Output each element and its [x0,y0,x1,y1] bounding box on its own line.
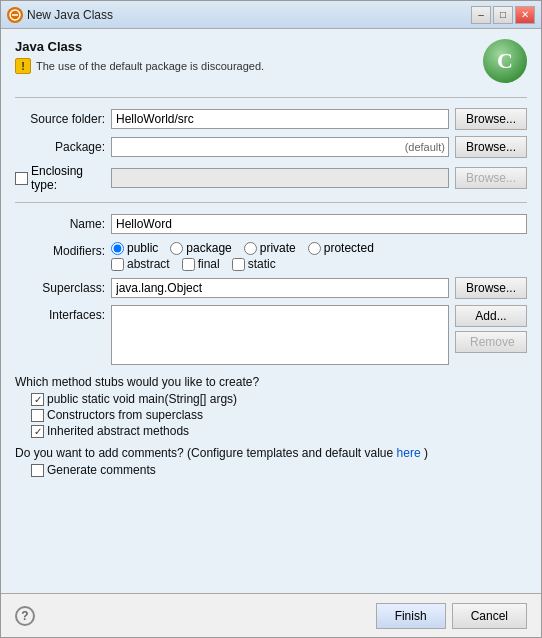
modifier-abstract-option[interactable]: abstract [111,257,170,271]
close-button[interactable]: ✕ [515,6,535,24]
window-icon [7,7,23,23]
comments-prefix: Do you want to add comments? (Configure … [15,446,393,460]
stubs-section: Which method stubs would you like to cre… [15,375,527,438]
enclosing-type-label: Enclosing type: [31,164,105,192]
modifier-private-option[interactable]: private [244,241,296,255]
stub-main-label: public static void main(String[] args) [47,392,237,406]
dialog-content: Java Class ! The use of the default pack… [1,29,541,593]
generate-comments-checkbox[interactable] [31,464,44,477]
cancel-button[interactable]: Cancel [452,603,527,629]
main-window: New Java Class – □ ✕ Java Class ! The us… [0,0,542,638]
enclosing-type-row: Enclosing type: Browse... [15,164,527,192]
comments-question: Do you want to add comments? (Configure … [15,446,527,460]
source-folder-row: Source folder: Browse... [15,108,527,130]
stub-inherited-option[interactable]: ✓ Inherited abstract methods [31,424,527,438]
stubs-options: ✓ public static void main(String[] args)… [15,392,527,438]
modifier-static-label: static [248,257,276,271]
superclass-input[interactable] [111,278,449,298]
warning-text: The use of the default package is discou… [36,60,264,72]
warning-icon: ! [15,58,31,74]
interfaces-remove-button[interactable]: Remove [455,331,527,353]
modifier-final-label: final [198,257,220,271]
comments-indent: Generate comments [15,463,527,477]
modifier-static-checkbox[interactable] [232,258,245,271]
package-label: Package: [15,140,105,154]
source-folder-input[interactable] [111,109,449,129]
source-folder-browse-button[interactable]: Browse... [455,108,527,130]
stub-inherited-label: Inherited abstract methods [47,424,189,438]
window-title: New Java Class [27,8,113,22]
source-folder-label: Source folder: [15,112,105,126]
modifier-package-label: package [186,241,231,255]
modifier-final-option[interactable]: final [182,257,220,271]
generate-comments-option[interactable]: Generate comments [31,463,527,477]
modifiers-check-row: abstract final static [111,257,374,271]
modifier-abstract-label: abstract [127,257,170,271]
form-divider [15,202,527,203]
modifiers-row: Modifiers: public package private [15,241,527,271]
stub-inherited-checkbox[interactable]: ✓ [31,425,44,438]
name-row: Name: [15,213,527,235]
modifier-protected-option[interactable]: protected [308,241,374,255]
modifiers-label: Modifiers: [15,241,105,258]
header-section: Java Class ! The use of the default pack… [15,39,527,83]
modifier-private-radio[interactable] [244,242,257,255]
package-row: Package: (default) Browse... [15,136,527,158]
comments-suffix: ) [424,446,428,460]
enclosing-type-checkbox[interactable] [15,172,28,185]
name-input[interactable] [111,214,527,234]
minimize-button[interactable]: – [471,6,491,24]
interfaces-listbox[interactable] [111,305,449,365]
title-bar-left: New Java Class [7,7,113,23]
modifier-public-option[interactable]: public [111,241,158,255]
stub-main-option[interactable]: ✓ public static void main(String[] args) [31,392,527,406]
modifier-static-option[interactable]: static [232,257,276,271]
interfaces-row: Interfaces: Add... Remove [15,305,527,365]
enclosing-type-browse-button[interactable]: Browse... [455,167,527,189]
stubs-question: Which method stubs would you like to cre… [15,375,527,389]
title-bar-controls: – □ ✕ [471,6,535,24]
comments-section: Do you want to add comments? (Configure … [15,446,527,477]
maximize-button[interactable]: □ [493,6,513,24]
modifier-protected-radio[interactable] [308,242,321,255]
modifier-private-label: private [260,241,296,255]
finish-button[interactable]: Finish [376,603,446,629]
interfaces-buttons: Add... Remove [455,305,527,353]
help-button[interactable]: ? [15,606,35,626]
bottom-bar: ? Finish Cancel [1,593,541,637]
modifier-package-radio[interactable] [170,242,183,255]
stub-main-checkbox[interactable]: ✓ [31,393,44,406]
stub-constructors-label: Constructors from superclass [47,408,203,422]
superclass-browse-button[interactable]: Browse... [455,277,527,299]
dialog-title: Java Class [15,39,264,54]
eclipse-logo: C [483,39,527,83]
interfaces-add-button[interactable]: Add... [455,305,527,327]
stub-constructors-checkbox[interactable] [31,409,44,422]
modifiers-options: public package private protected [111,241,374,271]
modifier-abstract-checkbox[interactable] [111,258,124,271]
modifier-final-checkbox[interactable] [182,258,195,271]
comments-link[interactable]: here [397,446,421,460]
title-bar: New Java Class – □ ✕ [1,1,541,29]
package-input-wrap: (default) [111,137,449,157]
bottom-buttons: Finish Cancel [376,603,527,629]
modifier-public-radio[interactable] [111,242,124,255]
modifiers-radio-row: public package private protected [111,241,374,255]
header-left: Java Class ! The use of the default pack… [15,39,264,74]
header-divider [15,97,527,98]
interfaces-label: Interfaces: [15,305,105,322]
generate-comments-label: Generate comments [47,463,156,477]
superclass-row: Superclass: Browse... [15,277,527,299]
modifier-protected-label: protected [324,241,374,255]
stub-constructors-option[interactable]: Constructors from superclass [31,408,527,422]
superclass-label: Superclass: [15,281,105,295]
name-label: Name: [15,217,105,231]
modifier-public-label: public [127,241,158,255]
modifier-package-option[interactable]: package [170,241,231,255]
warning-row: ! The use of the default package is disc… [15,58,264,74]
enclosing-type-input[interactable] [111,168,449,188]
package-input[interactable] [111,137,449,157]
package-browse-button[interactable]: Browse... [455,136,527,158]
